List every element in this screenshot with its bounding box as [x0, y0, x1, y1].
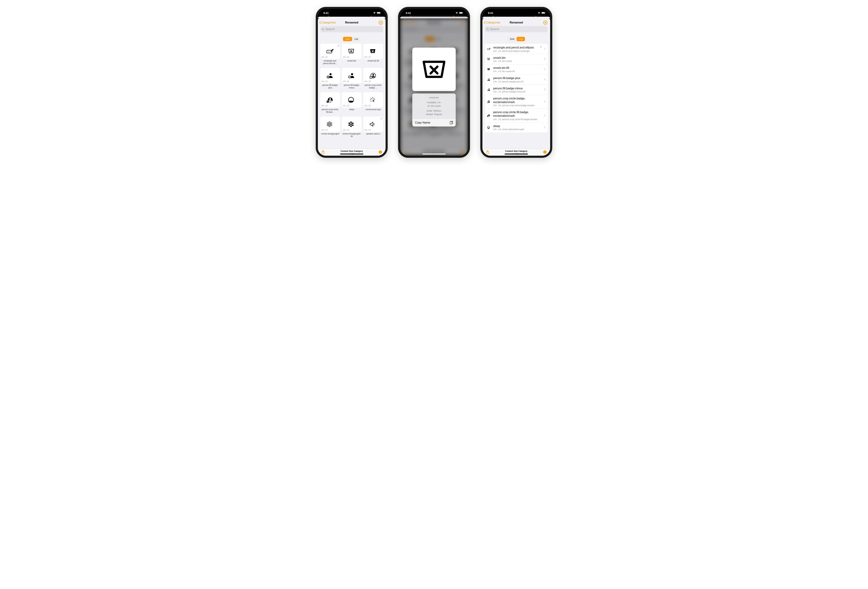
- symbol-icon: [487, 114, 491, 117]
- search-icon: [322, 28, 324, 31]
- status-time: 9:41: [488, 12, 493, 15]
- symbol-icon: [369, 48, 377, 55]
- doc-on-doc-icon: [450, 121, 453, 124]
- grid-cell[interactable]: 14+, 13circles.hexagongrid.fill: [342, 117, 362, 139]
- close-button[interactable]: [543, 20, 548, 25]
- close-button[interactable]: [378, 20, 383, 25]
- share-button[interactable]: [321, 150, 325, 155]
- chevron-right-icon: [544, 88, 546, 91]
- list-row[interactable]: person.fill.badge.minus14+, 13: person.b…: [485, 85, 548, 95]
- segment-list[interactable]: List: [517, 37, 525, 41]
- view-segmented[interactable]: Grid List: [507, 37, 526, 41]
- segment-list[interactable]: List: [352, 37, 360, 41]
- list-row[interactable]: person.crop.circle.fill.badge.exclamatio…: [485, 109, 548, 122]
- chevron-back-icon: [484, 21, 486, 24]
- card-stack: [400, 17, 468, 18]
- chevron-right-icon: [544, 126, 546, 129]
- notch: [418, 9, 450, 14]
- symbol-name: person.crop.circle.badge.exclamationmark: [493, 96, 542, 104]
- search-icon: [486, 28, 489, 31]
- symbol-name: person.fill.badge.plus: [493, 76, 542, 80]
- list-row[interactable]: xmark.bin.fill14+, 13: bin.xmark.fill: [485, 64, 548, 74]
- back-button[interactable]: Categories: [319, 21, 336, 24]
- toolbar: Content Size Category Large: [483, 148, 550, 156]
- symbol-tile: 14+, 13: [342, 44, 362, 59]
- version-badge: 14+, 13: [365, 129, 371, 131]
- chevron-right-icon: [544, 100, 546, 103]
- home-indicator[interactable]: [505, 154, 528, 154]
- symbol-sub: 14+, 13: person.badge.minus.fill: [493, 90, 542, 93]
- list-row[interactable]: person.crop.circle.badge.exclamationmark…: [485, 95, 548, 109]
- list-row[interactable]: rectangle.and.pencil.and.ellipsis14+, 13…: [485, 44, 548, 54]
- symbol-tile: 14+, 13: [363, 44, 383, 59]
- context-weight: Weight: Regular: [414, 112, 454, 116]
- list-row[interactable]: person.fill.badge.plus14+, 13: person.ba…: [485, 74, 548, 85]
- symbol-label: circles.hexagongrid.fill: [342, 132, 362, 139]
- symbol-name: sleep: [493, 124, 542, 128]
- symbol-sub: 14+, 13: bin.xmark.fill: [493, 70, 542, 73]
- share-button[interactable]: [486, 150, 489, 155]
- list-row[interactable]: xmark.bin14+, 13: bin.xmark: [485, 54, 548, 64]
- context-legacy: 13: bin.xmark: [414, 104, 454, 108]
- symbol-sub: 14+, 13: person.badge.plus.fill: [493, 80, 542, 83]
- home-indicator[interactable]: [422, 154, 446, 154]
- segment-grid[interactable]: Grid: [343, 37, 352, 41]
- toolbar: Content Size Category Large: [318, 148, 385, 156]
- symbol-icon: [348, 97, 356, 103]
- xmark-bin-icon: [421, 56, 447, 82]
- symbol-icon: [487, 100, 491, 103]
- info-button[interactable]: [543, 150, 547, 154]
- segment-grid[interactable]: Grid: [508, 37, 517, 41]
- home-indicator[interactable]: [340, 154, 363, 154]
- card-stack: [483, 17, 550, 18]
- battery-icon: [377, 12, 381, 14]
- copy-name-button[interactable]: Copy Name: [412, 118, 456, 126]
- grid-cell[interactable]: 14+, 13cursorarrow.rays: [363, 92, 383, 115]
- symbol-icon: [487, 47, 491, 50]
- close-icon: [379, 21, 383, 25]
- grid-cell[interactable]: 14+, 13xmark.bin: [342, 44, 362, 66]
- symbol-label: person.crop.circle.badge.…: [363, 83, 383, 90]
- symbol-tile: 14+, 13: [342, 68, 362, 83]
- battery-icon: [459, 12, 464, 14]
- symbol-sub: 14+, 13: bin.xmark: [493, 60, 542, 62]
- symbol-tile: 14+, 13: [342, 117, 362, 132]
- grid-cell[interactable]: 14+, 13rectangle.and.pencil.and.ell…: [320, 44, 340, 66]
- back-button[interactable]: Categories: [484, 21, 500, 24]
- grid-cell[interactable]: 14+, 13person.fill.badge.minus: [342, 68, 362, 90]
- symbol-label: cursorarrow.rays: [363, 108, 383, 114]
- context-scale: Scale: Medium: [414, 109, 454, 112]
- context-available: Available: 14+: [414, 101, 454, 104]
- info-icon: [543, 150, 547, 154]
- grid-cell[interactable]: 14+, 13circles.hexagongrid: [320, 117, 340, 139]
- wifi-icon: [456, 12, 458, 14]
- symbol-icon: [326, 73, 334, 79]
- context-overlay[interactable]: xmark.bin Available: 14+ 13: bin.xmark S…: [400, 18, 468, 156]
- phone-list: 9:41 Categories Renamed Se: [480, 7, 552, 158]
- grid-cell[interactable]: 14+, 13person.crop.circle.fill.bad…: [320, 92, 340, 115]
- symbol-icon: [348, 73, 356, 79]
- symbol-label: speaker.wave.1: [363, 132, 383, 139]
- grid-cell[interactable]: 14+, 13person.crop.circle.badge.…: [363, 68, 383, 90]
- grid-cell[interactable]: 14+, 13speaker.wave.1: [363, 117, 383, 139]
- grid-cell[interactable]: 14+, 13person.fill.badge.plus: [320, 68, 340, 90]
- grid-cell[interactable]: 14+, 13xmark.bin.fill: [363, 44, 383, 66]
- symbol-icon: [487, 68, 491, 71]
- symbol-sub: 14+, 13: person.crop.circle.badge.exclam: [493, 104, 542, 107]
- list-row[interactable]: sleep14+, 13: circle.bottomthird.split: [485, 123, 548, 133]
- symbol-icon: [487, 78, 491, 81]
- symbol-preview: [412, 47, 456, 91]
- grid-cell[interactable]: 14+, 13sleep: [342, 92, 362, 115]
- info-button[interactable]: [379, 150, 382, 154]
- symbol-label: sleep: [342, 108, 362, 114]
- symbol-name: xmark.bin.fill: [493, 66, 542, 70]
- search-input[interactable]: Search: [485, 26, 548, 32]
- size-category-label: Content Size Category: [318, 150, 385, 152]
- symbol-icon: [348, 121, 356, 127]
- search-input[interactable]: Search: [320, 26, 383, 32]
- symbol-label: rectangle.and.pencil.and.ell…: [320, 59, 340, 66]
- view-segmented[interactable]: Grid List: [343, 37, 361, 41]
- symbol-name: person.fill.badge.minus: [493, 87, 542, 90]
- symbol-tile: 14+, 13: [363, 117, 383, 132]
- size-category-label: Content Size Category: [483, 150, 550, 152]
